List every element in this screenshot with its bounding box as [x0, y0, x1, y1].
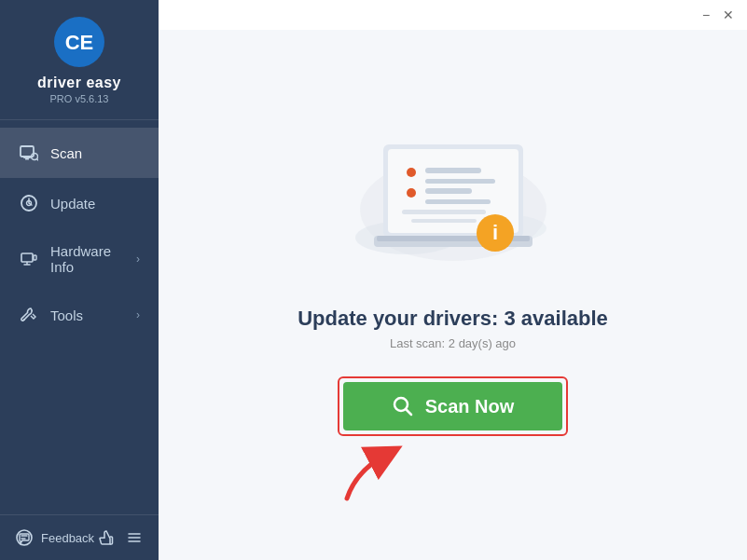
hardware-arrow-icon: › — [136, 253, 140, 266]
sidebar-nav: Scan Update — [0, 128, 159, 514]
svg-text:i: i — [491, 221, 497, 244]
scan-now-button[interactable]: Scan Now — [343, 382, 563, 430]
feedback-item[interactable]: Feedback — [15, 528, 94, 547]
main-subtitle: Last scan: 2 day(s) ago — [390, 336, 516, 350]
svg-point-13 — [23, 319, 25, 321]
svg-rect-27 — [425, 188, 472, 194]
svg-line-36 — [406, 410, 411, 416]
sidebar-item-update[interactable]: Update — [0, 178, 159, 228]
app-name: driver easy — [37, 75, 121, 91]
sidebar-item-hardware-info[interactable]: Hardware Info › — [0, 228, 159, 290]
svg-rect-3 — [23, 157, 31, 158]
scan-icon — [19, 143, 39, 163]
sidebar-bottom: Feedback — [0, 514, 159, 560]
scan-now-wrapper: Scan Now — [338, 376, 569, 436]
svg-point-26 — [407, 188, 416, 198]
sidebar: CE driver easy PRO v5.6.13 Scan — [0, 0, 159, 560]
arrow-annotation — [328, 438, 412, 503]
svg-rect-4 — [25, 158, 29, 160]
sidebar-item-scan[interactable]: Scan — [0, 128, 159, 178]
svg-rect-30 — [411, 219, 477, 223]
sidebar-hardware-label: Hardware Info — [50, 243, 136, 275]
sidebar-scan-label: Scan — [50, 145, 140, 161]
list-icon[interactable] — [125, 528, 144, 547]
update-icon — [19, 193, 39, 213]
svg-rect-28 — [425, 199, 491, 204]
svg-rect-9 — [21, 253, 33, 262]
scan-search-icon — [392, 395, 414, 417]
close-button[interactable]: ✕ — [717, 4, 740, 26]
main-content: i Update your drivers: 3 available Last … — [159, 30, 747, 560]
scan-now-label: Scan Now — [425, 396, 515, 417]
tools-arrow-icon: › — [136, 308, 140, 321]
minimize-button[interactable]: − — [695, 4, 717, 26]
app-logo: CE driver easy PRO v5.6.13 — [0, 0, 159, 120]
main-content-area: i Update your drivers: 3 available Last … — [159, 0, 747, 560]
sidebar-item-tools[interactable]: Tools › — [0, 290, 159, 340]
svg-line-6 — [37, 159, 39, 161]
sidebar-bottom-icons — [97, 528, 144, 547]
svg-rect-24 — [425, 168, 481, 173]
sidebar-tools-label: Tools — [50, 307, 136, 323]
svg-text:CE: CE — [65, 31, 94, 54]
hardware-icon — [19, 249, 39, 269]
feedback-label: Feedback — [41, 531, 94, 545]
svg-point-23 — [407, 168, 416, 177]
sidebar-update-label: Update — [50, 196, 140, 212]
laptop-svg: i — [332, 116, 574, 284]
main-title: Update your drivers: 3 available — [297, 307, 608, 331]
app-version: PRO v5.6.13 — [50, 93, 109, 104]
svg-rect-12 — [34, 255, 36, 260]
svg-rect-25 — [425, 179, 495, 184]
app-logo-icon: CE — [54, 17, 104, 67]
feedback-icon — [15, 528, 34, 547]
svg-rect-29 — [402, 210, 486, 214]
tools-icon — [19, 305, 39, 325]
thumbs-up-icon[interactable] — [97, 528, 116, 547]
title-bar: − ✕ — [159, 0, 747, 30]
laptop-illustration: i — [332, 116, 574, 284]
